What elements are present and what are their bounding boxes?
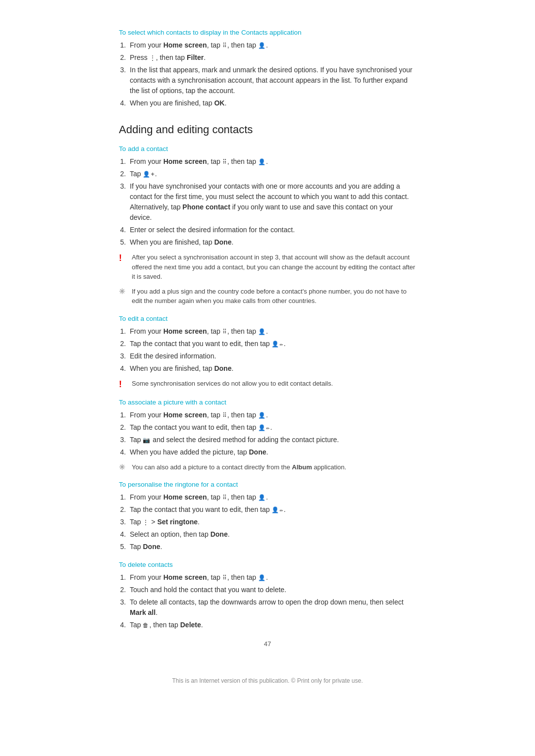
bold-text: Home screen [163, 157, 207, 165]
list-item: Enter or select the desired information … [128, 225, 416, 235]
steps-list-select-contacts: From your Home screen, tap ⠿, then tap 👤… [128, 40, 416, 108]
contacts-icon: 👤 [258, 493, 266, 502]
section-heading-select-contacts: To select which contacts to display in t… [119, 29, 416, 36]
bold-text: Home screen [163, 573, 207, 581]
steps-list-personalise-ringtone: From your Home screen, tap ⠿, then tap 👤… [128, 492, 416, 552]
list-item: Tap ⋮ > Set ringtone. [128, 517, 416, 527]
page-content: To select which contacts to display in t… [89, 0, 446, 724]
grid-icon: ⠿ [222, 41, 227, 50]
bold-text: Mark all [130, 608, 156, 616]
grid-icon: ⠿ [222, 411, 227, 420]
list-item: To delete all contacts, tap the downward… [128, 597, 416, 618]
note-text: If you add a plus sign and the country c… [132, 287, 416, 306]
list-item: Tap Done. [128, 542, 416, 552]
page-number: 47 [119, 640, 416, 648]
bold-text: Done [249, 448, 267, 456]
bold-text: Album [292, 463, 312, 471]
section-heading-add-contact: To add a contact [119, 145, 416, 152]
grid-icon: ⠿ [222, 327, 227, 336]
bold-text: Filter [187, 53, 204, 61]
contacts-icon: 👤 [258, 327, 266, 336]
list-item: In the list that appears, mark and unmar… [128, 65, 416, 96]
list-item: Tap the contact you want to edit, then t… [128, 422, 416, 433]
list-item: Tap 🗑, then tap Delete. [128, 620, 416, 630]
add-contact-icon: 👤+ [143, 170, 155, 179]
bold-text: Done [143, 543, 160, 551]
page-footer: This is an Internet version of this publ… [119, 677, 416, 684]
more-icon: ⋮ [143, 518, 149, 527]
contacts-icon: 👤 [258, 411, 266, 420]
list-item: Edit the desired information. [128, 351, 416, 361]
delete-icon: 🗑 [143, 621, 149, 630]
list-item: Tap 📷 and select the desired method for … [128, 435, 416, 445]
bold-text: Phone contact [182, 203, 230, 211]
section-personalise-ringtone: To personalise the ringtone for a contac… [119, 481, 416, 552]
edit-contact-icon: 👤✏ [258, 423, 270, 432]
section-associate-picture: To associate a picture with a contact Fr… [119, 399, 416, 472]
contacts-icon: 👤 [258, 157, 266, 166]
list-item: When you have added the picture, tap Don… [128, 447, 416, 457]
list-item: Tap the contact that you want to edit, t… [128, 504, 416, 515]
camera-icon: 📷 [143, 436, 151, 445]
note-text: You can also add a picture to a contact … [132, 462, 346, 472]
steps-list-associate-picture: From your Home screen, tap ⠿, then tap 👤… [128, 410, 416, 457]
exclamation-icon: ! [119, 379, 128, 390]
section-heading-delete-contacts: To delete contacts [119, 561, 416, 568]
steps-list-add-contact: From your Home screen, tap ⠿, then tap 👤… [128, 156, 416, 248]
bold-text: OK [214, 99, 224, 107]
list-item: From your Home screen, tap ⠿, then tap 👤… [128, 156, 416, 167]
list-item: Touch and hold the contact that you want… [128, 585, 416, 595]
bold-text: Home screen [163, 493, 207, 501]
section-heading-associate-picture: To associate a picture with a contact [119, 399, 416, 406]
note-text: After you select a synchronisation accou… [132, 252, 416, 282]
section-delete-contacts: To delete contacts From your Home screen… [119, 561, 416, 630]
list-item: From your Home screen, tap ⠿, then tap 👤… [128, 572, 416, 583]
list-item: If you have synchronised your contacts w… [128, 181, 416, 223]
edit-contact-icon: 👤✏ [271, 505, 283, 514]
list-item: From your Home screen, tap ⠿, then tap 👤… [128, 40, 416, 50]
note-exclaim-add-contact: ! After you select a synchronisation acc… [119, 252, 416, 282]
bold-text: Home screen [163, 327, 207, 335]
main-heading-add-edit: Adding and editing contacts [119, 123, 416, 136]
steps-list-edit-contact: From your Home screen, tap ⠿, then tap 👤… [128, 326, 416, 374]
list-item: When you are finished, tap OK. [128, 98, 416, 108]
note-exclaim-edit-contact: ! Some synchronisation services do not a… [119, 379, 416, 390]
list-item: From your Home screen, tap ⠿, then tap 👤… [128, 326, 416, 337]
more-icon: ⋮ [150, 53, 156, 62]
tip-icon: ✳ [119, 463, 128, 472]
note-tip-associate-picture: ✳ You can also add a picture to a contac… [119, 462, 416, 472]
section-add-contact: To add a contact From your Home screen, … [119, 145, 416, 306]
tip-icon: ✳ [119, 287, 128, 296]
bold-text: Delete [180, 621, 201, 629]
exclamation-icon: ! [119, 253, 128, 263]
list-item: From your Home screen, tap ⠿, then tap 👤… [128, 492, 416, 503]
contacts-icon: 👤 [258, 41, 266, 50]
list-item: When you are finished, tap Done. [128, 237, 416, 248]
grid-icon: ⠿ [222, 493, 227, 502]
section-heading-personalise-ringtone: To personalise the ringtone for a contac… [119, 481, 416, 488]
bold-text: Home screen [163, 411, 207, 419]
section-heading-edit-contact: To edit a contact [119, 315, 416, 322]
list-item: Tap 👤+. [128, 169, 416, 179]
grid-icon: ⠿ [222, 157, 227, 166]
section-edit-contact: To edit a contact From your Home screen,… [119, 315, 416, 390]
bold-text: Done [214, 238, 231, 246]
edit-contact-icon: 👤✏ [271, 340, 283, 349]
bold-text: Home screen [163, 41, 207, 49]
grid-icon: ⠿ [222, 573, 227, 582]
section-select-contacts: To select which contacts to display in t… [119, 29, 416, 108]
list-item: Select an option, then tap Done. [128, 529, 416, 540]
bold-text: Done [214, 364, 231, 372]
bold-text: Set ringtone [157, 518, 198, 526]
bold-text: Done [211, 530, 228, 538]
list-item: When you are finished, tap Done. [128, 363, 416, 374]
list-item: Tap the contact that you want to edit, t… [128, 339, 416, 349]
note-tip-add-contact: ✳ If you add a plus sign and the country… [119, 287, 416, 306]
note-text: Some synchronisation services do not all… [132, 379, 333, 389]
contacts-icon: 👤 [258, 573, 266, 582]
list-item: Press ⋮, then tap Filter. [128, 52, 416, 63]
list-item: From your Home screen, tap ⠿, then tap 👤… [128, 410, 416, 420]
steps-list-delete-contacts: From your Home screen, tap ⠿, then tap 👤… [128, 572, 416, 630]
